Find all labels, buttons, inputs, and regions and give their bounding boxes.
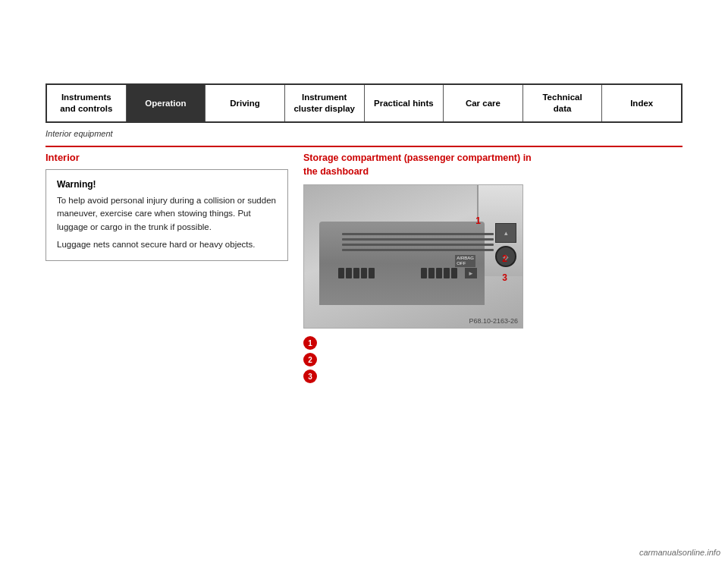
warning-line-1: To help avoid personal injury during a c… (57, 194, 277, 234)
airbag-label: AIRBAGOFF (455, 255, 475, 267)
nav-item-instrument-cluster[interactable]: Instrument cluster display (285, 85, 365, 121)
warning-box: Warning! To help avoid personal injury d… (46, 169, 288, 261)
car-image-inner: ► AIRBAGOFF ▴ ◆ (304, 185, 522, 328)
knob-group-left (338, 268, 375, 278)
main-columns: Interior Warning! To help avoid personal… (46, 152, 682, 386)
item-list: 1 2 3 (303, 336, 682, 383)
item-number-2: 2 (303, 353, 317, 366)
nav-item-car-care[interactable]: Car care (444, 85, 523, 121)
vent-slat (342, 249, 494, 251)
vent-slat (342, 233, 494, 235)
breadcrumb: Interior equipment (46, 129, 682, 138)
warning-text: To help avoid personal injury during a c… (57, 194, 277, 251)
left-column: Interior Warning! To help avoid personal… (46, 152, 288, 386)
car-image: ► AIRBAGOFF ▴ ◆ (303, 184, 523, 329)
nav-item-practical-hints[interactable]: Practical hints (365, 85, 444, 121)
nav-item-driving[interactable]: Driving (206, 85, 285, 121)
list-item-3: 3 (303, 370, 682, 383)
vent-slat (342, 238, 494, 241)
list-item-1: 1 (303, 336, 682, 350)
item-number-3: 3 (303, 370, 317, 383)
watermark: carmanualsonline.info (639, 548, 720, 557)
navigation-bar: Instruments and controls Operation Drivi… (46, 83, 682, 123)
image-number-3: 3 (502, 272, 507, 283)
side-button-1: ▴ (495, 223, 516, 243)
right-column: Storage compartment (passenger compartme… (303, 152, 682, 386)
knob-group-right (421, 268, 457, 278)
arrow-button: ► (465, 268, 477, 278)
nav-item-operation[interactable]: Operation (127, 85, 206, 121)
warning-line-2: Luggage nets cannot secure hard or heavy… (57, 238, 277, 251)
nav-item-instruments[interactable]: Instruments and controls (47, 85, 127, 121)
warning-title: Warning! (57, 179, 277, 190)
image-caption: P68.10-2163-26 (469, 317, 518, 325)
content-area: Interior equipment Interior Warning! To … (46, 123, 682, 386)
list-item-2: 2 (303, 353, 682, 366)
image-number-2: 2 (502, 253, 507, 264)
vent-area (342, 231, 494, 253)
left-col-heading: Interior (46, 152, 288, 163)
image-number-1: 1 (475, 215, 481, 226)
nav-item-index[interactable]: Index (602, 85, 681, 121)
right-col-heading: Storage compartment (passenger compartme… (303, 152, 682, 178)
bottom-knobs: ► (338, 268, 477, 278)
dashboard-panel: ► AIRBAGOFF (319, 222, 485, 305)
red-divider (46, 146, 682, 147)
vent-slat (342, 244, 494, 246)
nav-item-technical-data[interactable]: Technical data (523, 85, 603, 121)
item-number-1: 1 (303, 336, 317, 350)
